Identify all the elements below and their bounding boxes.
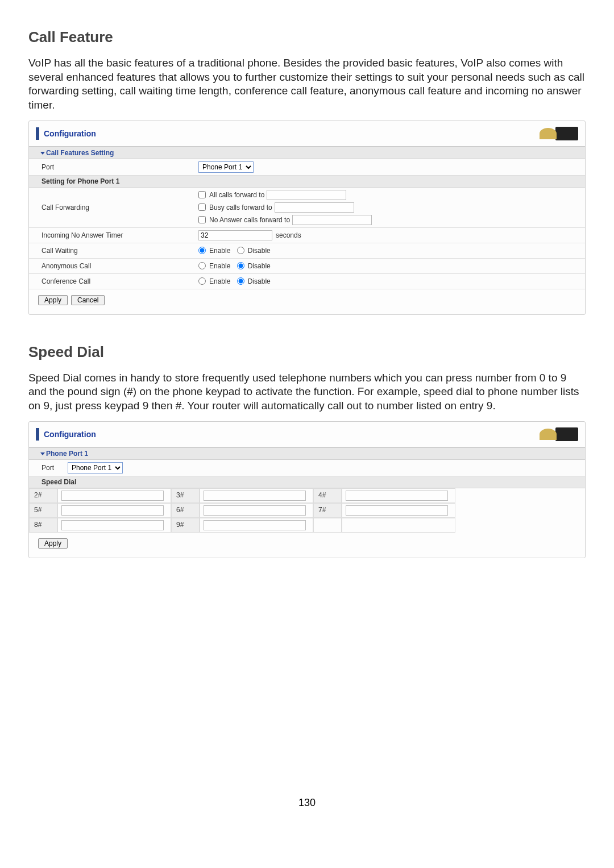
busy-calls-forward-label: Busy calls forward to [209,203,272,211]
sd-input-8[interactable] [61,520,164,530]
panel-title: Configuration [44,430,96,439]
sd-label-6: 6# [171,503,200,518]
busy-calls-forward-checkbox[interactable] [198,203,206,211]
anonymous-call-disable-radio[interactable] [237,262,244,269]
call-waiting-enable-label: Enable [209,247,230,255]
sd-input-4[interactable] [346,491,448,501]
sd-port-select[interactable]: Phone Port 1 [68,462,123,474]
speed-dial-grid: 2# 3# 4# 5# 6# 7# 8# 9# [29,488,585,533]
sd-input-7[interactable] [346,505,448,516]
sd-apply-button[interactable]: Apply [38,538,68,549]
apply-button[interactable]: Apply [38,295,68,305]
anonymous-call-enable-radio[interactable] [198,262,206,269]
conference-call-disable-label: Disable [248,277,271,285]
conference-call-enable-label: Enable [209,277,230,285]
sd-empty [313,518,342,533]
panel-accent-bar [36,127,39,140]
call-waiting-disable-radio[interactable] [237,247,244,254]
port-row: Port Phone Port 1 [29,159,585,176]
sd-input-6[interactable] [204,505,306,516]
conference-call-enable-radio[interactable] [198,277,206,285]
sd-label-7: 7# [313,503,342,518]
conference-call-row: Conference Call Enable Disable [29,274,585,289]
no-answer-timer-row: Incoming No Answer Timer seconds [29,228,585,243]
sd-label-9: 9# [171,518,200,533]
sd-input-2[interactable] [61,491,164,501]
speed-dial-heading: Speed Dial [28,343,586,361]
speed-dial-description: Speed Dial comes in handy to store frequ… [28,371,586,413]
speed-dial-panel: Configuration Phone Port 1 Port Phone Po… [28,421,586,558]
speed-dial-sub-header: Speed Dial [29,476,585,488]
sd-input-3[interactable] [204,491,306,501]
sd-label-3: 3# [171,488,200,503]
no-answer-timer-input[interactable] [198,230,272,240]
setting-for-port-header: Setting for Phone Port 1 [29,176,585,188]
sd-port-row: Port Phone Port 1 [29,460,585,476]
no-answer-timer-label: Incoming No Answer Timer [29,228,194,243]
call-feature-panel: Configuration Call Features Setting Port… [28,121,586,315]
no-answer-timer-unit: seconds [276,231,301,239]
sd-input-9[interactable] [204,520,306,530]
sd-label-2: 2# [29,488,57,503]
anonymous-call-row: Anonymous Call Enable Disable [29,259,585,274]
conference-call-disable-radio[interactable] [237,277,244,285]
call-forwarding-row: Call Forwarding All calls forward to Bus… [29,188,585,228]
phone-port-1-header[interactable]: Phone Port 1 [29,447,585,460]
anonymous-call-label: Anonymous Call [29,259,194,273]
sd-label-5: 5# [29,503,57,518]
brand-logo [527,426,578,442]
cancel-button[interactable]: Cancel [71,295,105,305]
call-waiting-enable-radio[interactable] [198,247,206,254]
all-calls-forward-input[interactable] [267,190,346,200]
all-calls-forward-label: All calls forward to [209,191,264,199]
sd-label-4: 4# [313,488,342,503]
sd-label-8: 8# [29,518,57,533]
chevron-down-icon [40,152,45,155]
panel-header: Configuration [29,422,585,447]
sd-port-label: Port [29,460,63,476]
call-forwarding-label: Call Forwarding [29,188,194,227]
port-label: Port [29,159,194,175]
port-select[interactable]: Phone Port 1 [198,161,254,173]
call-feature-heading: Call Feature [28,28,586,46]
noanswer-calls-forward-input[interactable] [292,215,372,225]
page-number: 130 [28,797,586,809]
call-waiting-label: Call Waiting [29,243,194,258]
anonymous-call-enable-label: Enable [209,262,230,270]
call-waiting-disable-label: Disable [248,247,271,255]
noanswer-calls-forward-label: No Answer calls forward to [209,216,290,224]
anonymous-call-disable-label: Disable [248,262,271,270]
brand-logo [527,126,578,142]
chevron-down-icon [40,452,45,455]
panel-header: Configuration [29,121,585,147]
noanswer-calls-forward-checkbox[interactable] [198,216,206,223]
sd-input-5[interactable] [61,505,164,516]
conference-call-label: Conference Call [29,274,194,289]
call-feature-description: VoIP has all the basic features of a tra… [28,56,586,113]
busy-calls-forward-input[interactable] [275,202,354,213]
panel-title: Configuration [44,129,96,138]
sd-empty-cell [342,518,455,533]
all-calls-forward-checkbox[interactable] [198,191,206,198]
panel-accent-bar [36,428,39,441]
call-features-setting-header[interactable]: Call Features Setting [29,147,585,159]
call-waiting-row: Call Waiting Enable Disable [29,243,585,259]
